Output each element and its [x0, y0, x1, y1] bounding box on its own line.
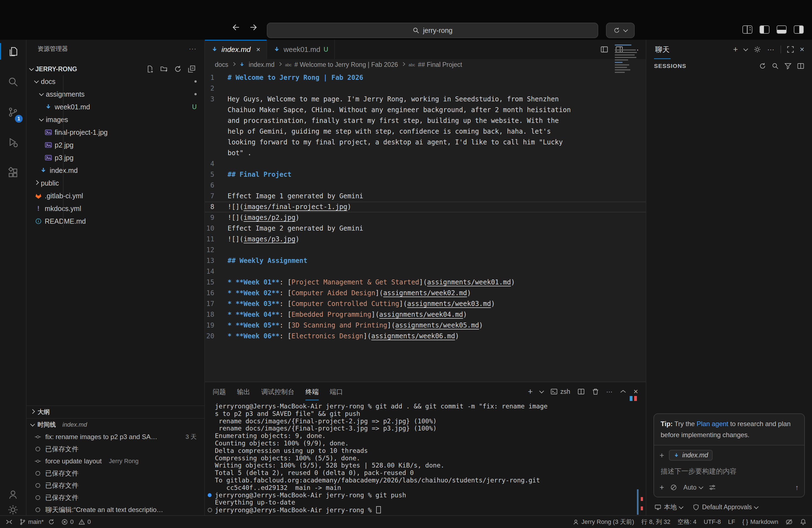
chat-tab[interactable]: 聊天: [654, 40, 671, 59]
tab-week01-md[interactable]: week01.md U: [267, 40, 335, 59]
tree-item-images[interactable]: images: [27, 113, 204, 126]
code-line[interactable]: 4: [205, 159, 646, 169]
eol[interactable]: LF: [728, 518, 735, 526]
tree-item-mkdocs-yml[interactable]: !mkdocs.yml: [27, 202, 204, 215]
toggle-secondary-sidebar-icon[interactable]: [794, 25, 804, 34]
tools-icon[interactable]: [670, 484, 677, 491]
context-chip[interactable]: index.md: [669, 450, 712, 460]
attach-icon[interactable]: +: [659, 483, 664, 492]
code-editor[interactable]: 1# Welcome to Jerry Rong | Fab 202623Hey…: [205, 70, 646, 382]
code-line[interactable]: 3Hey Guys, Welcome to me page. I'm Jerry…: [205, 94, 646, 105]
sliders-icon[interactable]: [709, 484, 716, 491]
add-context-icon[interactable]: +: [659, 451, 664, 460]
code-line[interactable]: bot" .: [205, 148, 646, 159]
maximize-panel-icon[interactable]: [620, 388, 626, 395]
search-icon[interactable]: [772, 62, 779, 70]
code-line[interactable]: 8![](images/final-project-1.jpg): [205, 202, 646, 212]
collapse-all-icon[interactable]: [188, 65, 195, 73]
code-line[interactable]: 2: [205, 83, 646, 94]
timeline-item[interactable]: 已保存文件: [27, 480, 204, 492]
code-line[interactable]: 9![](images/p2.jpg): [205, 212, 646, 223]
split-view-icon[interactable]: [797, 62, 804, 70]
timeline-item[interactable]: 已保存文件: [27, 492, 204, 504]
tree-item-week01-md[interactable]: week01.mdU: [27, 101, 204, 113]
code-line[interactable]: 5## Final Project: [205, 169, 646, 180]
code-line[interactable]: 7Effect Image 1 generated by Gemini: [205, 191, 646, 202]
indentation[interactable]: 空格: 4: [678, 518, 696, 526]
remote-indicator[interactable]: [5, 518, 13, 525]
chat-settings-gear-icon[interactable]: [753, 46, 761, 53]
panel-tab-terminal[interactable]: 终端: [305, 383, 319, 400]
extensions-icon[interactable]: [0, 163, 26, 182]
breadcrumb-item[interactable]: docs: [215, 61, 228, 69]
more-actions-icon[interactable]: ···: [606, 388, 613, 395]
terminal-scrollbar[interactable]: [637, 489, 639, 515]
tree-item-docs[interactable]: docs: [27, 75, 204, 88]
copilot-icon[interactable]: [785, 518, 793, 526]
breadcrumb-item[interactable]: # Welcome to Jerry Rong | Fab 2026: [294, 61, 398, 69]
tab-index-md[interactable]: index.md ×: [205, 40, 267, 59]
tree-item-assignments[interactable]: assignments: [27, 88, 204, 101]
tree-item--gitlab-ci-yml[interactable]: .gitlab-ci.yml: [27, 189, 204, 202]
customize-layout-icon[interactable]: [742, 25, 752, 34]
code-line[interactable]: 15* **Week 01**: [Project Management & G…: [205, 277, 646, 288]
code-line[interactable]: 18* **Week 04**: [Embedded Programming](…: [205, 309, 646, 320]
explorer-more-icon[interactable]: ···: [189, 45, 197, 53]
breadcrumb[interactable]: docs index.md abc # Welcome to Jerry Ron…: [205, 59, 646, 70]
filter-icon[interactable]: [784, 62, 792, 70]
timeline-item[interactable]: 已保存文件: [27, 467, 204, 480]
notifications-bell-icon[interactable]: [800, 518, 807, 525]
more-actions-icon[interactable]: ···: [767, 45, 774, 54]
tree-item-p2-jpg[interactable]: p2.jpg: [27, 138, 204, 151]
timeline-item[interactable]: 已保存文件: [27, 443, 204, 455]
close-icon[interactable]: ×: [800, 45, 804, 54]
code-line[interactable]: 1# Welcome to Jerry Rong | Fab 2026: [205, 72, 646, 83]
code-line[interactable]: 16* **Week 02**: [Computer Aided Design]…: [205, 288, 646, 298]
screen-full-icon[interactable]: [787, 46, 794, 53]
new-terminal-icon[interactable]: +: [528, 387, 533, 396]
code-line[interactable]: 20* **Week 06**: [Electronics Design](as…: [205, 331, 646, 342]
problems-indicator[interactable]: 0 0: [61, 518, 91, 526]
command-decoration-default[interactable]: [208, 508, 212, 512]
code-line[interactable]: 19* **Week 05**: [3D Scanning and Printi…: [205, 320, 646, 331]
blame-author[interactable]: Jerry Rong (3 天前): [572, 518, 634, 526]
new-file-icon[interactable]: [146, 65, 154, 73]
code-line[interactable]: 13## Weekly Assignment: [205, 255, 646, 266]
language-mode[interactable]: { }Markdown: [742, 518, 778, 526]
toggle-primary-sidebar-icon[interactable]: [759, 25, 769, 34]
breadcrumb-item[interactable]: ## Final Project: [418, 61, 462, 69]
timeline-item[interactable]: fix: rename images to p2 p3 and SA…3 天: [27, 431, 204, 443]
code-line[interactable]: and procrastination, finally start my fi…: [205, 115, 646, 126]
code-line[interactable]: looking forward to my final project, a d…: [205, 137, 646, 148]
git-branch-indicator[interactable]: main*: [19, 518, 55, 526]
tree-item-public[interactable]: public: [27, 177, 204, 189]
close-panel-icon[interactable]: ×: [634, 387, 638, 396]
tree-root[interactable]: JERRY-RONG: [27, 63, 204, 75]
search-view-icon[interactable]: [0, 72, 26, 91]
panel-tab-output[interactable]: 输出: [237, 383, 250, 400]
plan-agent-link[interactable]: Plan agent: [697, 420, 728, 427]
chat-input[interactable]: + index.md 描述下一步要构建的内容 + Auto: [654, 445, 804, 497]
terminal-instance[interactable]: zsh: [550, 388, 570, 395]
tree-item-p3-jpg[interactable]: p3.jpg: [27, 151, 204, 164]
environment-picker[interactable]: 本地: [655, 503, 683, 511]
encoding[interactable]: UTF-8: [704, 518, 721, 526]
code-line[interactable]: 17* **Week 03**: [Computer Controlled Cu…: [205, 298, 646, 309]
approvals-picker[interactable]: Default Approvals: [693, 503, 758, 511]
refresh-icon[interactable]: [174, 65, 182, 73]
send-icon[interactable]: ↑: [795, 483, 799, 492]
refresh-icon[interactable]: [759, 62, 766, 70]
tree-item-readme-md[interactable]: README.md: [27, 215, 204, 228]
source-control-icon[interactable]: 1: [0, 103, 26, 121]
run-debug-icon[interactable]: [0, 133, 26, 152]
kill-terminal-icon[interactable]: [592, 388, 599, 395]
explorer-icon[interactable]: [0, 42, 26, 61]
layout-sync-dropdown[interactable]: [606, 23, 635, 38]
tree-item-index-md[interactable]: index.md: [27, 164, 204, 177]
minimap[interactable]: [615, 43, 638, 74]
cursor-position[interactable]: 行 8, 列 32: [641, 518, 670, 526]
code-line[interactable]: 10Effect Image 2 generated by Gemini: [205, 223, 646, 234]
chevron-down-icon[interactable]: [743, 47, 748, 52]
panel-tab-problems[interactable]: 问题: [213, 383, 226, 400]
open-changes-icon[interactable]: [600, 46, 608, 53]
